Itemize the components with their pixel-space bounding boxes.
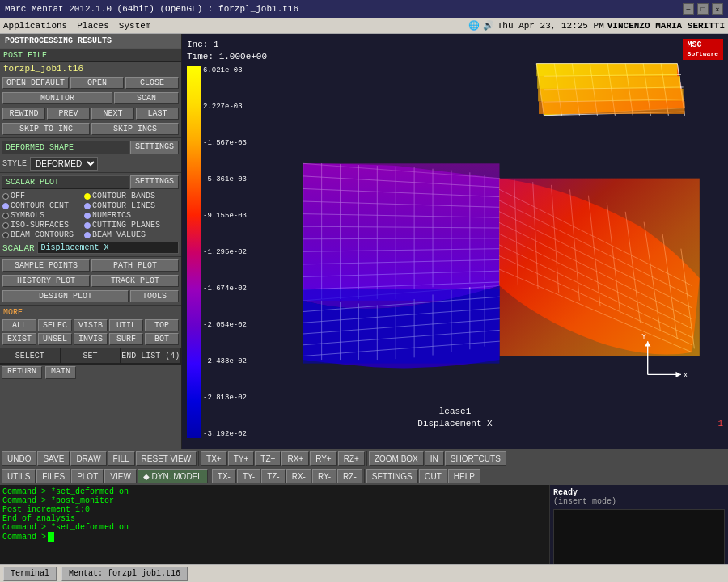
save-button[interactable]: SAVE [37, 451, 70, 466]
history-plot-button[interactable]: HISTORY PLOT [2, 275, 90, 287]
shortcuts-button[interactable]: SHORTCUTS [445, 451, 506, 466]
radio-symbols-dot [2, 213, 9, 219]
window-buttons: ─ □ ✕ [683, 3, 723, 15]
last-button[interactable]: LAST [136, 108, 179, 120]
path-plot-button[interactable]: PATH PLOT [91, 259, 179, 272]
tx-plus-button[interactable]: TX+ [201, 451, 227, 466]
menu-applications[interactable]: Applications [3, 21, 67, 31]
menu-places[interactable]: Places [77, 21, 109, 31]
return-button[interactable]: RETURN [2, 366, 42, 379]
end-list-button[interactable]: END LIST (4) [121, 348, 181, 363]
radio-symbols[interactable]: SYMBOLS [2, 211, 83, 220]
exist-row: EXIST UNSEL INVIS SURF BOT [0, 332, 181, 346]
open-default-button[interactable]: OPEN DEFAULT [2, 77, 69, 89]
design-plot-button[interactable]: DESIGN PLOT [2, 290, 129, 302]
prev-button[interactable]: PREV [47, 108, 90, 120]
monitor-button[interactable]: MONITOR [2, 92, 112, 104]
utils-button[interactable]: UTILS [2, 469, 36, 483]
toolbar-row1: UNDO SAVE DRAW FILL RESET VIEW TX+ TY+ T… [0, 449, 728, 467]
rz-minus-button[interactable]: RZ- [337, 469, 362, 483]
style-select[interactable]: DEFORMED [30, 157, 98, 171]
bot-button[interactable]: BOT [145, 333, 179, 345]
settings1-button[interactable]: SETTINGS [130, 141, 179, 154]
radio-contour-cent-dot [2, 203, 9, 209]
surf-button[interactable]: SURF [109, 333, 143, 345]
rx-plus-button[interactable]: RX+ [281, 451, 309, 466]
ty-minus-button[interactable]: TY- [237, 469, 260, 483]
minimize-button[interactable]: ─ [683, 3, 694, 15]
close-window-button[interactable]: ✕ [712, 3, 723, 15]
radio-off-label: OFF [11, 192, 25, 200]
settings2-button[interactable]: SETTINGS [130, 175, 179, 189]
cmd-line-1: Command > *set_deformed on [2, 487, 547, 496]
out-button[interactable]: OUT [419, 469, 447, 483]
taskbar-terminal[interactable]: Terminal [3, 567, 57, 581]
ty-plus-button[interactable]: TY+ [228, 451, 255, 466]
rewind-button[interactable]: REWIND [2, 108, 45, 120]
util-button[interactable]: UTIL [109, 319, 143, 331]
tools-button[interactable]: TOOLS [130, 290, 179, 302]
main-button[interactable]: MAIN [45, 366, 76, 379]
ry-plus-button[interactable]: RY+ [310, 451, 337, 466]
zoom-box-button[interactable]: ZOOM BOX [369, 451, 424, 466]
select-button[interactable]: SELECT [0, 348, 61, 363]
scan-button[interactable]: SCAN [114, 92, 179, 104]
radio-cutting-planes[interactable]: CUTTING PLANES [84, 221, 165, 230]
sample-path-row: SAMPLE POINTS PATH PLOT [0, 258, 181, 273]
radio-off[interactable]: OFF [2, 192, 83, 200]
draw-button[interactable]: DRAW [70, 451, 106, 466]
radio-contour-lines-dot [84, 203, 91, 209]
invis-button[interactable]: INVIS [74, 333, 108, 345]
menu-bar: Applications Places System 🌐 🔊 Thu Apr 2… [0, 18, 728, 34]
rz-plus-button[interactable]: RZ+ [338, 451, 365, 466]
sample-points-button[interactable]: SAMPLE POINTS [2, 259, 90, 272]
scalar-num: 1 [717, 419, 723, 428]
ry-minus-button[interactable]: RY- [312, 469, 336, 483]
dyn-model-button[interactable]: ◆ DYN. MODEL [138, 469, 208, 483]
plot-button[interactable]: PLOT [71, 469, 104, 483]
radio-iso-surfaces[interactable]: ISO-SURFACES [2, 221, 83, 230]
top-button[interactable]: TOP [145, 319, 179, 331]
inc-label: Inc: [187, 40, 208, 49]
tx-minus-button[interactable]: TX- [212, 469, 236, 483]
tz-minus-button[interactable]: TZ- [261, 469, 286, 483]
select-row: SELECT SET END LIST (4) [0, 348, 181, 364]
radio-contour-cent[interactable]: CONTOUR CENT [2, 201, 83, 210]
help-button[interactable]: HELP [448, 469, 480, 483]
open-button[interactable]: OPEN [70, 77, 124, 89]
reset-view-button[interactable]: RESET VIEW [136, 451, 197, 466]
track-plot-button[interactable]: TRACK PLOT [91, 275, 179, 287]
files-button[interactable]: FILES [36, 469, 70, 483]
sep4 [364, 469, 365, 483]
view-button[interactable]: VIEW [104, 469, 137, 483]
all-button[interactable]: ALL [2, 319, 36, 331]
viewport: Inc: 1 Time: 1.000e+00 MSC Software 6.02… [182, 34, 728, 449]
radio-contour-bands-label: CONTOUR BANDS [92, 192, 155, 200]
selec-button[interactable]: SELEC [38, 319, 72, 331]
maximize-button[interactable]: □ [697, 3, 709, 15]
rx-minus-button[interactable]: RX- [286, 469, 311, 483]
fill-button[interactable]: FILL [108, 451, 135, 466]
settings-button[interactable]: SETTINGS [366, 469, 418, 483]
tz-plus-button[interactable]: TZ+ [255, 451, 281, 466]
radio-beam-contours[interactable]: BEAM CONTOURS [2, 230, 83, 239]
in-button[interactable]: IN [425, 451, 444, 466]
skip-to-inc-button[interactable]: SKIP TO INC [2, 123, 90, 135]
next-button[interactable]: NEXT [91, 108, 134, 120]
radio-contour-lines[interactable]: CONTOUR LINES [84, 201, 165, 210]
radio-contour-bands[interactable]: CONTOUR BANDS [84, 192, 165, 200]
cmd-line-5: Command > *set_deformed on [2, 523, 547, 532]
radio-beam-values[interactable]: BEAM VALUES [84, 230, 165, 239]
radio-numerics[interactable]: NUMERICS [84, 211, 165, 220]
menu-system[interactable]: System [119, 21, 151, 31]
set-button[interactable]: SET [61, 348, 121, 363]
close-button[interactable]: CLOSE [125, 77, 179, 89]
undo-button[interactable]: UNDO [2, 451, 36, 466]
unsel-button[interactable]: UNSEL [38, 333, 72, 345]
taskbar-mentat[interactable]: Mentat: forzpl_job1.t16 [61, 567, 188, 581]
cmd-prompt[interactable]: Command > [2, 532, 547, 542]
volume-icon: 🔊 [483, 20, 494, 31]
visib-button[interactable]: VISIB [74, 319, 108, 331]
skip-incs-button[interactable]: SKIP INCS [91, 123, 179, 135]
exist-button[interactable]: EXIST [2, 333, 36, 345]
